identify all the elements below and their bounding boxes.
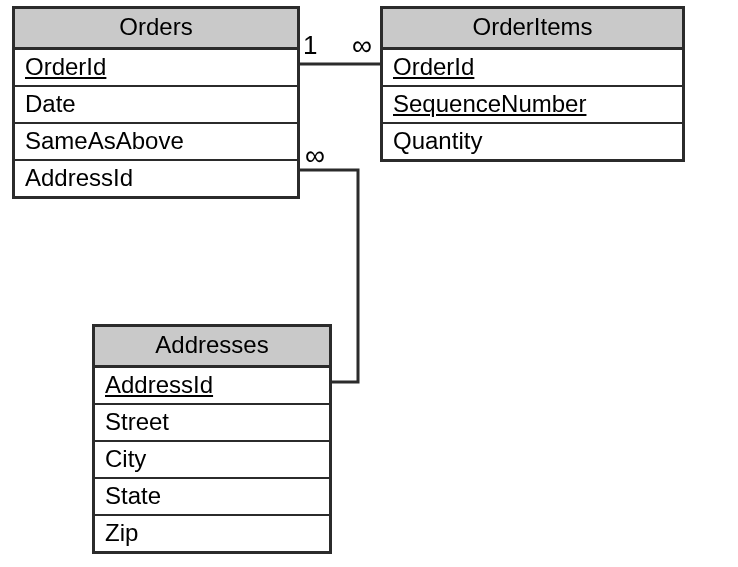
field-orders-date: Date bbox=[15, 87, 297, 124]
entity-orderitems: OrderItems OrderId SequenceNumber Quanti… bbox=[380, 6, 685, 162]
field-orders-orderid: OrderId bbox=[15, 50, 297, 87]
field-addresses-city: City bbox=[95, 442, 329, 479]
field-addresses-addressid: AddressId bbox=[95, 368, 329, 405]
field-addresses-state: State bbox=[95, 479, 329, 516]
field-orderitems-quantity: Quantity bbox=[383, 124, 682, 159]
entity-orderitems-title: OrderItems bbox=[383, 9, 682, 50]
entity-addresses-title: Addresses bbox=[95, 327, 329, 368]
cardinality-infinity-addresses: ∞ bbox=[305, 140, 325, 172]
field-orders-sameasabove: SameAsAbove bbox=[15, 124, 297, 161]
field-orderitems-orderid: OrderId bbox=[383, 50, 682, 87]
entity-orders-title: Orders bbox=[15, 9, 297, 50]
field-addresses-street: Street bbox=[95, 405, 329, 442]
er-diagram: Orders OrderId Date SameAsAbove AddressI… bbox=[0, 0, 738, 567]
field-addresses-zip: Zip bbox=[95, 516, 329, 551]
cardinality-one: 1 bbox=[303, 30, 317, 61]
cardinality-infinity-orderitems: ∞ bbox=[352, 30, 372, 62]
field-orders-addressid: AddressId bbox=[15, 161, 297, 196]
entity-addresses: Addresses AddressId Street City State Zi… bbox=[92, 324, 332, 554]
field-orderitems-sequencenumber: SequenceNumber bbox=[383, 87, 682, 124]
entity-orders: Orders OrderId Date SameAsAbove AddressI… bbox=[12, 6, 300, 199]
